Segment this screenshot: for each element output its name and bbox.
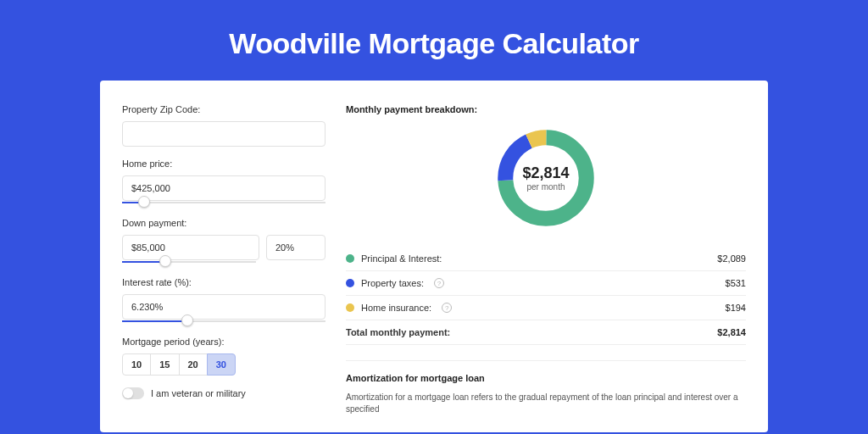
veteran-toggle[interactable] xyxy=(122,387,144,399)
down-payment-percent-input[interactable] xyxy=(266,235,326,260)
page-title: Woodville Mortgage Calculator xyxy=(0,0,868,81)
pi-value: $2,089 xyxy=(717,253,746,264)
pi-label: Principal & Interest: xyxy=(361,253,442,264)
breakdown-row-ins: Home insurance: ? $194 xyxy=(346,296,746,320)
interest-rate-label: Interest rate (%): xyxy=(122,277,326,287)
period-button-group: 10 15 20 30 xyxy=(122,353,326,376)
inputs-column: Property Zip Code: Home price: Down paym… xyxy=(122,104,326,415)
tax-value: $531 xyxy=(726,278,746,288)
help-icon[interactable]: ? xyxy=(434,278,444,288)
amortization-heading: Amortization for mortgage loan xyxy=(346,373,746,383)
zip-label: Property Zip Code: xyxy=(122,104,326,114)
down-payment-label: Down payment: xyxy=(122,218,326,228)
zip-input[interactable] xyxy=(122,121,326,147)
tax-label: Property taxes: xyxy=(361,278,424,288)
breakdown-row-tax: Property taxes: ? $531 xyxy=(346,271,746,296)
period-btn-15[interactable]: 15 xyxy=(150,353,179,376)
dot-icon xyxy=(346,254,354,263)
interest-rate-input[interactable] xyxy=(122,294,326,320)
dot-icon xyxy=(346,303,354,312)
home-price-input[interactable] xyxy=(122,175,326,201)
donut-sub: per month xyxy=(522,182,569,192)
ins-value: $194 xyxy=(726,303,746,313)
amortization-section: Amortization for mortgage loan Amortizat… xyxy=(346,360,746,415)
breakdown-row-total: Total monthly payment: $2,814 xyxy=(346,320,746,345)
payment-donut-chart: $2,814 per month xyxy=(492,125,599,231)
period-btn-20[interactable]: 20 xyxy=(179,353,208,376)
total-label: Total monthly payment: xyxy=(346,327,450,337)
period-label: Mortgage period (years): xyxy=(122,337,326,347)
period-btn-10[interactable]: 10 xyxy=(122,353,151,376)
veteran-toggle-knob xyxy=(123,388,133,398)
veteran-toggle-label: I am veteran or military xyxy=(151,388,246,398)
breakdown-heading: Monthly payment breakdown: xyxy=(346,104,746,114)
breakdown-column: Monthly payment breakdown: $2,814 per mo… xyxy=(346,104,746,415)
amortization-text: Amortization for a mortgage loan refers … xyxy=(346,392,746,415)
home-price-slider[interactable] xyxy=(122,199,326,206)
down-payment-slider[interactable] xyxy=(122,259,256,265)
down-payment-amount-input[interactable] xyxy=(122,235,259,260)
help-icon[interactable]: ? xyxy=(442,303,452,313)
calculator-card: Property Zip Code: Home price: Down paym… xyxy=(100,81,768,432)
interest-rate-slider[interactable] xyxy=(122,318,326,325)
home-price-label: Home price: xyxy=(122,159,326,169)
dot-icon xyxy=(346,279,354,287)
total-value: $2,814 xyxy=(717,327,746,337)
period-btn-30[interactable]: 30 xyxy=(207,353,236,376)
breakdown-row-pi: Principal & Interest: $2,089 xyxy=(346,247,746,271)
donut-amount: $2,814 xyxy=(522,164,569,182)
ins-label: Home insurance: xyxy=(361,303,431,313)
